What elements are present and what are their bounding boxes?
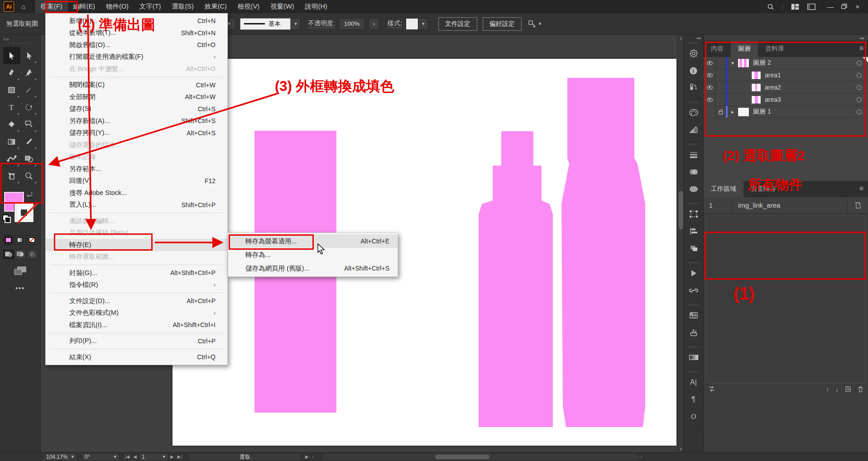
character-panel-icon[interactable]: A| (684, 374, 703, 391)
opacity-expand-button[interactable]: › (369, 18, 379, 30)
target-circle-icon[interactable] (857, 97, 862, 102)
info-icon[interactable]: i (684, 62, 703, 79)
menu-item-save[interactable]: 儲存(S)Ctrl+S (46, 103, 227, 115)
menu-object[interactable]: 物件(O) (101, 0, 134, 13)
delete-artboard-icon[interactable] (858, 386, 863, 394)
collapse-panels-icon[interactable]: ▸▸ (704, 35, 868, 41)
move-up-icon[interactable]: ↑ (826, 386, 829, 393)
default-fill-stroke-icon[interactable] (2, 214, 10, 222)
canvas-horizontal-scrollbar[interactable] (322, 454, 639, 460)
target-circle-icon[interactable] (857, 109, 862, 114)
artboard-row[interactable]: 1 img_link_area (704, 197, 868, 214)
status-expand-icon[interactable]: ▶ (305, 454, 309, 459)
shaper-tool[interactable] (20, 116, 38, 133)
rearrange-artboards-icon[interactable] (708, 385, 715, 394)
draw-inside-mode[interactable] (26, 249, 38, 259)
type-tool[interactable]: T (3, 99, 20, 116)
tab-properties[interactable]: 內容 (704, 41, 731, 57)
visibility-toggle[interactable] (704, 94, 716, 105)
lock-toggle[interactable] (716, 94, 726, 105)
illustrator-logo-icon[interactable]: Ai (4, 1, 14, 12)
next-artboard-icon[interactable]: ▶ (170, 454, 174, 459)
menu-window[interactable]: 視窗(W) (265, 0, 299, 13)
eyedropper-tool[interactable] (20, 133, 38, 150)
edit-toolbar-icon[interactable]: ••• (0, 285, 40, 292)
stroke-style-select[interactable]: 基本 (240, 18, 291, 30)
align-panel-icon[interactable] (684, 223, 703, 240)
menu-effect[interactable]: 效果(C) (199, 0, 232, 13)
layer-row-area1[interactable]: area1 (704, 69, 868, 81)
selection-options-icon[interactable] (684, 181, 703, 198)
opacity-value-field[interactable]: 100% (339, 18, 365, 30)
lock-toggle[interactable] (716, 81, 726, 93)
preferences-button[interactable]: 偏好設定 (483, 17, 522, 31)
menu-select[interactable]: 選取(S) (166, 0, 199, 13)
submenu-item-export-for-screens[interactable]: 轉存為螢幕適用...Alt+Ctrl+E (228, 234, 398, 248)
target-circle-icon[interactable] (857, 73, 862, 78)
home-icon[interactable]: ⌂ (21, 3, 25, 10)
artboards-panel-icon[interactable] (684, 205, 703, 223)
paragraph-panel-icon[interactable]: ¶ (684, 391, 703, 408)
menu-type[interactable]: 文字(T) (134, 0, 167, 13)
menu-item-search-adobe-stock[interactable]: 搜尋 Adobe Stock... (46, 187, 227, 199)
links-panel-icon[interactable] (684, 282, 703, 299)
menu-edit[interactable]: 編輯(E) (68, 0, 101, 13)
change-screen-mode-icon[interactable] (13, 266, 28, 276)
panel-menu-icon[interactable]: ≡ (859, 44, 863, 52)
menu-item-save-as-template[interactable]: 另存範本... (46, 163, 227, 175)
stroke-panel-icon[interactable] (684, 146, 703, 163)
prev-artboard-icon[interactable]: ◀ (133, 454, 137, 459)
style-swatch[interactable] (406, 18, 418, 30)
layer-name[interactable]: 圖層 2 (753, 59, 771, 67)
curvature-tool[interactable] (20, 64, 38, 81)
menu-item-close-all[interactable]: 全部關閉Alt+Ctrl+W (46, 91, 227, 103)
color-guide-wheel-icon[interactable] (684, 45, 703, 62)
gradient-tool[interactable] (3, 133, 20, 150)
shape-builder-tool[interactable] (20, 150, 38, 167)
menu-item-save-as[interactable]: 另存新檔(A)...Shift+Ctrl+S (46, 115, 227, 127)
menu-item-exit[interactable]: 結束(X)Ctrl+Q (46, 351, 227, 363)
workspace-switcher-icon[interactable] (791, 4, 799, 10)
color-ramp-icon[interactable] (684, 349, 703, 366)
visibility-toggle[interactable] (704, 81, 716, 93)
last-artboard-icon[interactable]: ▶| (177, 454, 182, 459)
menu-item-export[interactable]: 轉存(E)› (46, 239, 227, 251)
first-artboard-icon[interactable]: |◀ (125, 454, 129, 459)
hscroll-thumb[interactable] (435, 455, 489, 459)
paintbrush-tool[interactable] (20, 81, 38, 99)
color-palette-icon[interactable] (684, 104, 703, 121)
width-tool[interactable] (3, 150, 20, 167)
direct-selection-tool[interactable] (20, 47, 38, 64)
artboard-options-icon[interactable] (847, 197, 868, 213)
menu-item-place[interactable]: 置入(L)...Shift+Ctrl+P (46, 199, 227, 211)
lock-toggle[interactable] (716, 57, 726, 69)
lock-toggle[interactable] (716, 106, 726, 118)
pen-tool[interactable] (3, 64, 20, 81)
symbols-panel-icon[interactable] (684, 307, 703, 324)
toolbar-drag-handle[interactable]: ▪ ▪ ▪ ▪ ▪ ▪ (0, 42, 40, 45)
stroke-color-swatch[interactable] (14, 203, 34, 223)
layer-name[interactable]: 圖層 1 (753, 108, 771, 116)
selection-tool[interactable] (3, 47, 20, 64)
zoom-level-select[interactable]: 104.17%▾ (43, 453, 77, 461)
style-chevron[interactable]: ▾ (418, 18, 428, 30)
menu-item-scripts[interactable]: 指令檔(R)› (46, 279, 227, 291)
layer-row-area3[interactable]: area3 (704, 94, 868, 106)
close-button[interactable]: × (851, 3, 864, 10)
menu-view[interactable]: 檢視(V) (232, 0, 265, 13)
status-collapse-icon[interactable]: ‹ (312, 454, 314, 459)
expand-panels-icon[interactable]: ◂◂ (684, 35, 703, 40)
tab-layers[interactable]: 圖層 (731, 41, 758, 57)
target-circle-icon[interactable] (857, 61, 862, 66)
menu-help[interactable]: 說明(H) (300, 0, 333, 13)
draw-normal-mode[interactable] (3, 249, 14, 259)
transparency-panel-icon[interactable] (684, 163, 703, 181)
gradient-panel-icon[interactable] (684, 121, 703, 138)
zoom-tool[interactable] (20, 167, 38, 185)
menu-item-document-color-mode[interactable]: 文件色彩模式(M)› (46, 307, 227, 319)
gradient-button[interactable] (15, 235, 25, 245)
stroke-style-chevron[interactable]: ▾ (291, 18, 301, 30)
actions-panel-icon[interactable] (684, 265, 703, 282)
search-icon[interactable] (767, 3, 774, 10)
color-button[interactable] (3, 235, 14, 245)
